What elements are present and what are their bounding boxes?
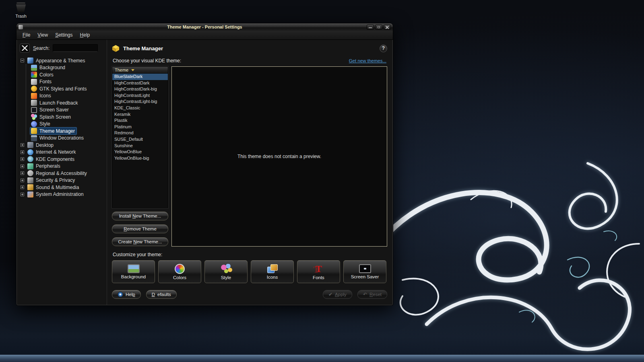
tree-item-system-administration[interactable]: System Administration — [19, 191, 104, 198]
theme-row-keramik[interactable]: Keramik — [112, 111, 168, 118]
customize-screen-saver-button[interactable]: Screen Saver — [343, 260, 386, 283]
tree-expander-icon[interactable] — [21, 165, 24, 168]
tree-expander-icon[interactable] — [21, 193, 24, 196]
theme-manager-icon — [31, 128, 37, 134]
tree-expander-icon[interactable] — [21, 185, 24, 189]
theme-list-header[interactable]: Theme — [112, 67, 168, 74]
trash-body — [15, 4, 27, 12]
tree-item-peripherals[interactable]: Peripherals — [19, 163, 104, 170]
customize-button-label: Fonts — [313, 275, 324, 280]
tree-item-label: Theme Manager — [39, 128, 75, 134]
tree-item-desktop[interactable]: Desktop — [19, 142, 104, 149]
tree-expander-icon[interactable] — [21, 143, 24, 147]
menu-settings[interactable]: Settings — [52, 31, 76, 39]
tree-item-splash-screen[interactable]: Splash Screen — [30, 113, 104, 121]
tree-item-appearance-themes[interactable]: Appearance & Themes — [19, 57, 104, 64]
theme-row-highcontrastlight-big[interactable]: HighContrastLight-big — [112, 99, 168, 105]
main-panel: Theme Manager ? Choose your visual KDE t… — [107, 40, 393, 305]
defaults-button[interactable]: Defaults — [146, 290, 177, 299]
regional-icon — [27, 170, 33, 176]
window-title: Theme Manager - Personal Settings — [17, 25, 393, 29]
menu-file[interactable]: File — [19, 31, 34, 39]
launch-feedback-icon — [31, 100, 37, 106]
tree-expander-icon[interactable] — [21, 150, 24, 154]
customize-colors-button[interactable]: Colors — [158, 260, 201, 283]
trash-lid — [17, 2, 25, 4]
customize-icons-button[interactable]: Icons — [251, 260, 294, 283]
reset-button: ↶Reset — [357, 290, 387, 299]
tree-item-sound-multimedia[interactable]: Sound & Multimedia — [19, 184, 104, 191]
remove-theme-button[interactable]: Remove Theme — [112, 224, 168, 233]
tree-item-security-privacy[interactable]: Security & Privacy — [19, 177, 104, 184]
tree-item-colors[interactable]: Colors — [30, 71, 104, 78]
background-icon — [128, 264, 140, 273]
taskbar-panel[interactable] — [0, 355, 644, 362]
window-menu-icon[interactable] — [19, 25, 23, 29]
tree-children: BackgroundColorsFontsGTK Styles and Font… — [26, 64, 104, 142]
tree-item-fonts[interactable]: Fonts — [30, 78, 104, 86]
tree-item-background[interactable]: Background — [30, 64, 104, 72]
close-button[interactable] — [384, 25, 391, 30]
customize-fonts-button[interactable]: TFonts — [297, 260, 340, 283]
maximize-button[interactable] — [375, 25, 382, 30]
menu-help[interactable]: Help — [76, 31, 94, 39]
tree-item-regional-accessibility[interactable]: Regional & Accessibility — [19, 170, 104, 177]
search-input[interactable] — [53, 44, 98, 52]
screen-saver-icon — [31, 107, 37, 113]
choose-theme-label: Choose your visual KDE theme: — [113, 58, 181, 64]
desktop-icon — [27, 142, 33, 148]
no-preview-text: This theme does not contain a preview. — [237, 154, 321, 159]
theme-row-redmond[interactable]: Redmond — [112, 130, 168, 136]
tree-item-internet-network[interactable]: Internet & Network — [19, 149, 104, 156]
theme-row-platinum[interactable]: Platinum — [112, 124, 168, 130]
menu-view[interactable]: View — [34, 31, 52, 39]
tree-item-screen-saver[interactable]: Screen Saver — [30, 107, 104, 114]
install-new-theme-button[interactable]: Install New Theme... — [112, 212, 168, 220]
theme-row-yellowonblue-big[interactable]: YellowOnBlue-big — [112, 155, 168, 162]
theme-row-suse-default[interactable]: SUSE_Default — [112, 136, 168, 143]
tree-item-kde-components[interactable]: KDE Components — [19, 156, 104, 163]
theme-row-yellowonblue[interactable]: YellowOnBlue — [112, 149, 168, 155]
tree-expander-icon[interactable] — [21, 157, 24, 161]
tree-item-label: Style — [39, 121, 50, 127]
control-center-logo-icon — [20, 43, 30, 53]
customize-style-button[interactable]: Style — [204, 260, 248, 283]
icons-icon — [266, 264, 279, 274]
window-decorations-icon — [31, 135, 37, 141]
tree-expander-icon[interactable] — [21, 59, 24, 62]
footer-buttons: Help Defaults ✔Apply ↶Reset — [112, 290, 387, 299]
apply-button-label: Apply — [335, 292, 347, 297]
tree-item-label: Appearance & Themes — [36, 58, 85, 64]
help-round-button[interactable]: ? — [380, 45, 387, 52]
theme-row-highcontrastdark[interactable]: HighContrastDark — [112, 80, 168, 86]
get-new-themes-link[interactable]: Get new themes... — [349, 58, 386, 63]
theme-column-label: Theme — [115, 68, 128, 72]
customize-background-button[interactable]: Background — [112, 260, 155, 283]
tree-expander-icon[interactable] — [21, 179, 24, 182]
theme-row-blueslatedark[interactable]: BlueSlateDark — [112, 74, 168, 80]
titlebar[interactable]: Theme Manager - Personal Settings — [17, 23, 393, 31]
theme-row-sunshine[interactable]: Sunshine — [112, 143, 168, 149]
tree-item-theme-manager[interactable]: Theme Manager — [30, 128, 104, 135]
background-icon — [31, 65, 37, 71]
gtk-icon — [31, 86, 37, 92]
help-button[interactable]: Help — [112, 290, 141, 299]
security-icon — [27, 177, 33, 183]
tree-item-window-decorations[interactable]: Window Decorations — [30, 135, 104, 142]
theme-row-kde-classic[interactable]: KDE_Classic — [112, 105, 168, 111]
tree-item-launch-feedback[interactable]: Launch Feedback — [30, 99, 104, 107]
tree-item-icons[interactable]: Icons — [30, 93, 104, 100]
theme-row-highcontrastdark-big[interactable]: HighContrastDark-big — [112, 86, 168, 93]
minimize-button[interactable] — [367, 25, 374, 30]
peripherals-icon — [27, 163, 33, 169]
create-new-theme-button[interactable]: Create New Theme... — [112, 237, 168, 246]
tree-item-gtk-styles-and-fonts[interactable]: GTK Styles and Fonts — [30, 85, 104, 93]
fonts-icon: T — [315, 263, 322, 274]
trash-icon[interactable]: Trash — [9, 2, 33, 19]
theme-row-highcontrastlight[interactable]: HighContrastLight — [112, 93, 168, 99]
tree-item-label: Peripherals — [36, 163, 60, 169]
tree-item-style[interactable]: Style — [30, 121, 104, 128]
splash-screen-icon — [31, 114, 37, 120]
tree-expander-icon[interactable] — [21, 171, 24, 175]
theme-row-plastik[interactable]: Plastik — [112, 117, 168, 124]
